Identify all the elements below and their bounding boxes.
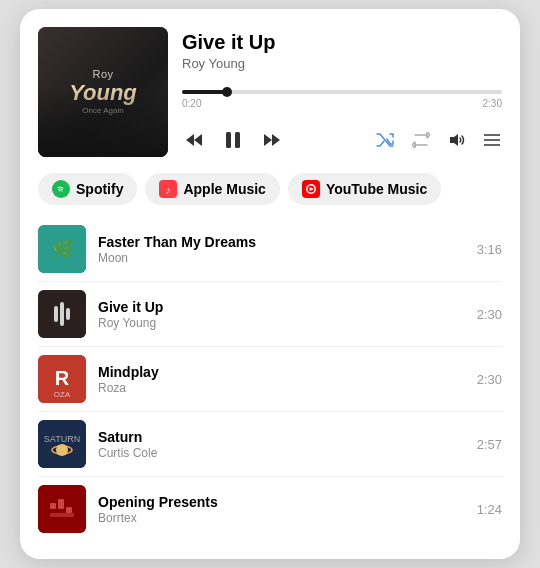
svg-marker-1 — [194, 134, 202, 146]
spotify-label: Spotify — [76, 181, 123, 197]
track-artist: Roza — [98, 381, 465, 395]
now-playing-title: Give it Up — [182, 31, 502, 54]
queue-button[interactable] — [482, 131, 502, 149]
svg-marker-5 — [272, 134, 280, 146]
album-silhouette — [38, 87, 168, 157]
youtube-music-label: YouTube Music — [326, 181, 427, 197]
rewind-button[interactable] — [182, 130, 206, 150]
shuffle-button[interactable] — [374, 131, 396, 149]
track-duration: 1:24 — [477, 502, 502, 517]
track-thumbnail — [38, 485, 86, 533]
current-time: 0:20 — [182, 98, 201, 109]
track-artist: Roy Young — [98, 316, 465, 330]
repeat-button[interactable] — [410, 130, 432, 150]
svg-text:OZA: OZA — [54, 390, 71, 399]
svg-rect-2 — [226, 132, 231, 148]
track-item[interactable]: SATURN Saturn Curtis Cole 2:57 — [38, 412, 502, 477]
player-info: Give it Up Roy Young 0:20 2:30 — [182, 27, 502, 157]
track-name: Give it Up — [98, 299, 465, 315]
track-artist: Moon — [98, 251, 465, 265]
tab-apple[interactable]: ♪ Apple Music — [145, 173, 279, 205]
track-duration: 3:16 — [477, 242, 502, 257]
total-time: 2:30 — [483, 98, 502, 109]
track-thumbnail: SATURN — [38, 420, 86, 468]
track-item[interactable]: Give it Up Roy Young 2:30 — [38, 282, 502, 347]
track-name: Mindplay — [98, 364, 465, 380]
track-name: Saturn — [98, 429, 465, 445]
track-name: Opening Presents — [98, 494, 465, 510]
youtube-music-icon — [302, 180, 320, 198]
fastforward-button[interactable] — [260, 130, 284, 150]
svg-text:SATURN: SATURN — [44, 434, 80, 444]
track-duration: 2:30 — [477, 307, 502, 322]
track-name: Faster Than My Dreams — [98, 234, 465, 250]
service-tabs: Spotify ♪ Apple Music YouTube Music — [38, 173, 502, 205]
track-duration: 2:30 — [477, 372, 502, 387]
spotify-icon — [52, 180, 70, 198]
track-duration: 2:57 — [477, 437, 502, 452]
main-card: Roy Young Once Again Give it Up Roy Youn… — [20, 9, 520, 559]
player-section: Roy Young Once Again Give it Up Roy Youn… — [38, 27, 502, 157]
track-artist: Borrtex — [98, 511, 465, 525]
progress-section: 0:20 2:30 — [182, 90, 502, 109]
track-thumbnail: 🌿 — [38, 225, 86, 273]
progress-handle[interactable] — [222, 87, 232, 97]
svg-rect-34 — [50, 513, 74, 517]
svg-text:🌿: 🌿 — [51, 238, 74, 260]
track-item[interactable]: R OZA Mindplay Roza 2:30 — [38, 347, 502, 412]
svg-point-29 — [56, 444, 68, 456]
svg-rect-31 — [50, 503, 56, 509]
track-item[interactable]: 🌿 Faster Than My Dreams Moon 3:16 — [38, 217, 502, 282]
svg-marker-0 — [186, 134, 194, 146]
playback-controls — [182, 127, 502, 153]
track-item[interactable]: Opening Presents Borrtex 1:24 — [38, 477, 502, 541]
svg-text:R: R — [55, 367, 70, 389]
svg-marker-4 — [264, 134, 272, 146]
pause-button[interactable] — [220, 127, 246, 153]
apple-music-label: Apple Music — [183, 181, 265, 197]
now-playing-artist: Roy Young — [182, 56, 502, 71]
album-art: Roy Young Once Again — [38, 27, 168, 157]
track-thumbnail: R OZA — [38, 355, 86, 403]
album-artist-first: Roy — [69, 68, 137, 80]
svg-rect-20 — [54, 306, 58, 322]
progress-fill — [182, 90, 227, 94]
progress-times: 0:20 2:30 — [182, 98, 502, 109]
svg-rect-32 — [58, 499, 64, 509]
track-thumbnail — [38, 290, 86, 338]
track-list: 🌿 Faster Than My Dreams Moon 3:16 Give i… — [38, 217, 502, 541]
svg-marker-6 — [450, 134, 458, 146]
svg-rect-33 — [66, 507, 72, 513]
svg-text:♪: ♪ — [166, 184, 172, 196]
volume-button[interactable] — [446, 131, 468, 149]
svg-rect-3 — [235, 132, 240, 148]
svg-rect-21 — [60, 302, 64, 326]
apple-music-icon: ♪ — [159, 180, 177, 198]
tab-youtube[interactable]: YouTube Music — [288, 173, 441, 205]
tab-spotify[interactable]: Spotify — [38, 173, 137, 205]
progress-bar[interactable] — [182, 90, 502, 94]
track-artist: Curtis Cole — [98, 446, 465, 460]
svg-rect-22 — [66, 308, 70, 320]
